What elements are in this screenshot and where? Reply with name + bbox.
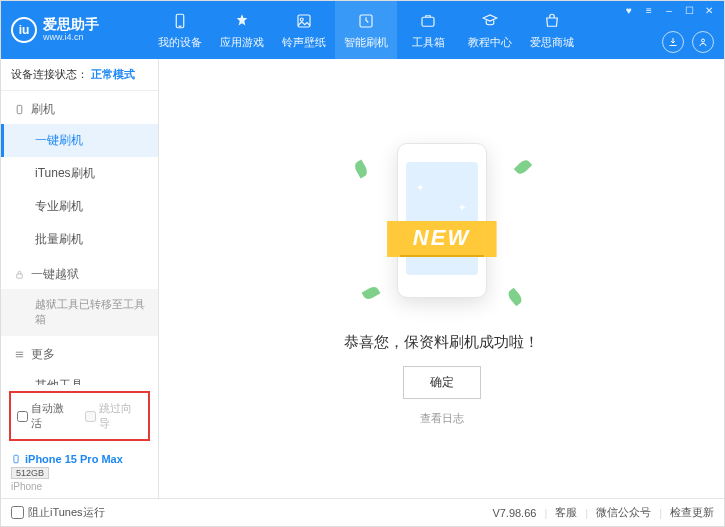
status-value: 正常模式 [91,68,135,80]
window-menu-icon[interactable]: ♥ [622,3,636,17]
svg-rect-2 [298,15,310,27]
svg-rect-12 [14,455,18,463]
nav-label: 工具箱 [412,35,445,50]
device-info: iPhone 15 Pro Max 512GB iPhone [1,447,158,498]
checkbox-input[interactable] [11,506,24,519]
footer-link-wechat[interactable]: 微信公众号 [596,505,651,520]
brand-logo-icon: iu [11,17,37,43]
download-icon[interactable] [662,31,684,53]
checkbox-label: 自动激活 [31,401,75,431]
apps-icon [232,11,252,31]
header: iu 爱思助手 www.i4.cn 我的设备 应用游戏 铃声壁纸 智能刷机 工具… [1,1,724,59]
sidebar-section-flash[interactable]: 刷机 [1,91,158,124]
tools-icon [418,11,438,31]
success-message: 恭喜您，保资料刷机成功啦！ [344,333,539,352]
sidebar-section-jailbreak[interactable]: 一键越狱 [1,256,158,289]
connection-status: 设备连接状态： 正常模式 [1,59,158,91]
new-ribbon: NEW [399,221,484,255]
nav-item-tutorial[interactable]: 教程中心 [459,1,521,59]
success-illustration: ✦✦✦ NEW [342,131,542,311]
window-list-icon[interactable]: ≡ [642,3,656,17]
svg-rect-7 [17,105,22,113]
more-icon [13,348,25,360]
nav-item-tools[interactable]: 工具箱 [397,1,459,59]
footer-link-update[interactable]: 检查更新 [670,505,714,520]
nav-label: 教程中心 [468,35,512,50]
sidebar-item-oneclick[interactable]: 一键刷机 [1,124,158,157]
nav-item-media[interactable]: 铃声壁纸 [273,1,335,59]
brand: iu 爱思助手 www.i4.cn [11,17,131,43]
status-label: 设备连接状态： [11,68,88,80]
nav-item-flash[interactable]: 智能刷机 [335,1,397,59]
block-itunes-checkbox[interactable]: 阻止iTunes运行 [11,505,105,520]
nav-item-store[interactable]: 爱思商城 [521,1,583,59]
confirm-button[interactable]: 确定 [403,366,481,399]
flash-icon [356,11,376,31]
checkbox-label: 阻止iTunes运行 [28,505,105,520]
checkbox-highlight-box: 自动激活 跳过向导 [9,391,150,441]
checkbox-auto-activate[interactable]: 自动激活 [17,401,75,431]
footer: 阻止iTunes运行 V7.98.66 | 客服 | 微信公众号 | 检查更新 [1,498,724,526]
brand-title: 爱思助手 [43,17,99,32]
sidebar-item-batch[interactable]: 批量刷机 [1,223,158,256]
nav-label: 我的设备 [158,35,202,50]
tutorial-icon [480,11,500,31]
version-label: V7.98.66 [492,507,536,519]
lock-icon [13,269,25,281]
svg-point-6 [702,39,705,42]
brand-url: www.i4.cn [43,33,99,43]
header-right: ♥ ≡ – ☐ ✕ [622,3,716,17]
section-label: 更多 [31,346,55,363]
nav-item-apps[interactable]: 应用游戏 [211,1,273,59]
user-icon[interactable] [692,31,714,53]
device-storage-badge: 512GB [11,467,49,479]
store-icon [542,11,562,31]
device-name[interactable]: iPhone 15 Pro Max [11,453,148,465]
view-log-link[interactable]: 查看日志 [420,411,464,426]
svg-point-3 [300,18,303,21]
checkbox-label: 跳过向导 [99,401,143,431]
section-label: 一键越狱 [31,266,79,283]
sidebar-item-itunes[interactable]: iTunes刷机 [1,157,158,190]
nav-label: 爱思商城 [530,35,574,50]
svg-rect-5 [422,17,434,26]
sidebar: 设备连接状态： 正常模式 刷机 一键刷机 iTunes刷机 专业刷机 批量刷机 … [1,59,159,498]
sidebar-item-pro[interactable]: 专业刷机 [1,190,158,223]
phone-icon [13,104,25,116]
checkbox-skip-wizard[interactable]: 跳过向导 [85,401,143,431]
nav-label: 智能刷机 [344,35,388,50]
sidebar-item-other-tools[interactable]: 其他工具 [1,369,158,385]
device-icon [170,11,190,31]
sidebar-section-more[interactable]: 更多 [1,336,158,369]
device-type: iPhone [11,481,148,492]
window-maximize-icon[interactable]: ☐ [682,3,696,17]
svg-rect-8 [16,274,22,278]
window-minimize-icon[interactable]: – [662,3,676,17]
media-icon [294,11,314,31]
nav-label: 应用游戏 [220,35,264,50]
checkbox-input[interactable] [85,411,96,422]
section-label: 刷机 [31,101,55,118]
nav-item-device[interactable]: 我的设备 [149,1,211,59]
main-content: ✦✦✦ NEW 恭喜您，保资料刷机成功啦！ 确定 查看日志 [159,59,724,498]
sidebar-item-jailbreak-moved: 越狱工具已转移至工具箱 [1,289,158,336]
window-close-icon[interactable]: ✕ [702,3,716,17]
footer-link-service[interactable]: 客服 [555,505,577,520]
checkbox-input[interactable] [17,411,28,422]
nav-label: 铃声壁纸 [282,35,326,50]
